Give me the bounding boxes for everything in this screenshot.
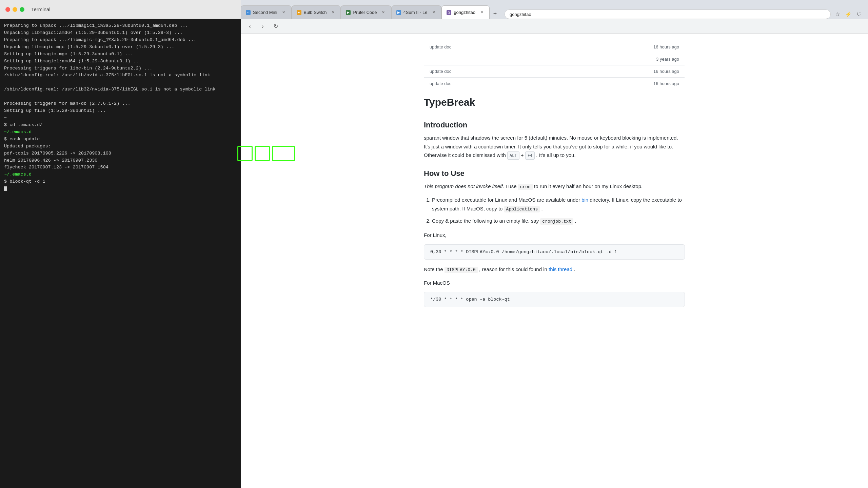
- term-line-1: Preparing to unpack .../libmagic1_1%3a5.…: [4, 22, 237, 29]
- term-line-13: Setting up file (1:5.29-3ubuntu1) ...: [4, 107, 237, 115]
- tab-close-4sum-ii[interactable]: ✕: [431, 10, 436, 15]
- f4-key-badge: F4: [525, 151, 535, 160]
- table-row: 3 years ago: [424, 53, 685, 65]
- list-item-2: Copy & paste the following to an empty f…: [432, 217, 685, 225]
- table-row: update doc 16 hours ago: [424, 65, 685, 78]
- table-cell-col2: [530, 41, 566, 53]
- tab-icon-gongzhitao: G: [447, 10, 451, 15]
- table-cell-time: 16 hours ago: [566, 78, 685, 90]
- term-line-20: helm 20170906.426 -> 20170907.2330: [4, 157, 237, 164]
- table-cell-col2: [530, 65, 566, 78]
- for-macos-label: For MacOS: [424, 279, 685, 287]
- terminal-pane: Preparing to unpack .../libmagic1_1%3a5.…: [0, 19, 241, 488]
- term-line-9: [4, 79, 237, 86]
- table-row: update doc 16 hours ago: [424, 41, 685, 53]
- term-line-11: [4, 93, 237, 100]
- extension-button[interactable]: ⚡: [844, 9, 853, 19]
- table-cell-col1: [424, 53, 531, 65]
- window-controls: [5, 7, 24, 12]
- article-heading-howto: How to Use: [424, 169, 685, 178]
- toolbar-icons: ☆ ⚡ 🛡: [833, 9, 864, 19]
- tab-close-gongzhitao[interactable]: ✕: [479, 10, 485, 15]
- tab-close-second-mini[interactable]: ✕: [281, 10, 287, 15]
- term-line-2: Unpacking libmagic1:amd64 (1:5.29-3ubunt…: [4, 29, 237, 37]
- navigation-bar: ‹ › ↻: [241, 19, 868, 34]
- alt-key-badge: ALT: [507, 151, 519, 160]
- refresh-button[interactable]: ↻: [271, 21, 281, 32]
- term-line-16: ~/.emacs.d: [4, 129, 237, 136]
- term-line-15: $ cd .emacs.d/: [4, 122, 237, 129]
- article-heading-typebreak: TypeBreak: [424, 97, 685, 111]
- tab-second-mini[interactable]: ← Second Mini ✕: [241, 5, 292, 19]
- intro-text-end: . It's all up to you.: [536, 152, 575, 158]
- term-line-17: $ cask update: [4, 136, 237, 143]
- shield-icon-button[interactable]: 🛡: [854, 9, 864, 19]
- bin-link[interactable]: bin: [581, 197, 588, 203]
- tab-label-4sum-ii: 4Sum II - Le: [403, 10, 428, 15]
- cron-code-block: 0,30 * * * * DISPLAY=:0.0 /home/gongzhit…: [424, 244, 685, 260]
- term-line-23: $ block-qt -d 1: [4, 178, 237, 185]
- tab-icon-prufer-code: ▶: [346, 10, 351, 15]
- plus-sign: +: [521, 152, 524, 158]
- cronjob-code: cronjob.txt: [540, 218, 573, 225]
- table-cell-time: 3 years ago: [566, 53, 685, 65]
- term-line-10: /sbin/ldconfig.real: /usr/lib32/nvidia-3…: [4, 86, 237, 93]
- display-code-inline: DISPLAY:0.0: [445, 267, 478, 273]
- tab-icon-4sum-ii: ▶: [396, 10, 401, 15]
- cron-code-inline: cron: [518, 184, 533, 190]
- term-line-18: Updated packages:: [4, 143, 237, 150]
- new-tab-button[interactable]: +: [490, 8, 500, 19]
- terminal-title: Terminal: [31, 6, 51, 12]
- close-button[interactable]: [5, 7, 10, 12]
- term-line-21: flycheck 20170907.123 -> 20170907.1504: [4, 164, 237, 171]
- term-line-22: ~/.emacs.d: [4, 171, 237, 178]
- maximize-button[interactable]: [20, 7, 24, 12]
- term-line-3: Preparing to unpack .../libmagic-mgc_1%3…: [4, 37, 237, 44]
- minimize-button[interactable]: [13, 7, 17, 12]
- howto-list: Precompiled executable for Linux and Mac…: [424, 196, 685, 225]
- back-button[interactable]: ‹: [245, 21, 255, 32]
- tab-label-prufer-code: Prufer Code: [353, 10, 377, 15]
- tab-prufer-code[interactable]: ▶ Prufer Code ✕: [341, 5, 391, 19]
- github-file-table: update doc 16 hours ago 3 years ago upda…: [424, 41, 685, 90]
- table-cell-time: 16 hours ago: [566, 65, 685, 78]
- bookmark-star-button[interactable]: ☆: [833, 9, 842, 19]
- tab-close-bulb-switch[interactable]: ✕: [330, 10, 336, 15]
- tab-icon-second-mini: ←: [246, 10, 251, 15]
- tab-4sum-ii[interactable]: ▶ 4Sum II - Le ✕: [391, 5, 442, 19]
- content-inner: update doc 16 hours ago 3 years ago upda…: [410, 34, 698, 333]
- this-thread-link[interactable]: this thread: [549, 266, 572, 272]
- browser-tabs: ← Second Mini ✕ ● Bulb Switch ✕ ▶ Prufer…: [241, 0, 868, 19]
- terminal-title-section: Terminal: [0, 6, 237, 12]
- table-cell-col1: update doc: [424, 65, 531, 78]
- browser-content[interactable]: update doc 16 hours ago 3 years ago upda…: [241, 34, 868, 488]
- list-item-1: Precompiled executable for Linux and Mac…: [432, 196, 685, 213]
- table-cell-time: 16 hours ago: [566, 41, 685, 53]
- term-line-4: Unpacking libmagic-mgc (1:5.29-3ubuntu0.…: [4, 44, 237, 51]
- table-row: update doc 16 hours ago: [424, 78, 685, 90]
- tab-label-bulb-switch: Bulb Switch: [304, 10, 327, 15]
- applications-code: Applications: [504, 206, 540, 212]
- howto-italic: This program does not invoke itself.: [424, 183, 504, 189]
- table-cell-col1: update doc: [424, 41, 531, 53]
- term-line-cursor: [4, 185, 237, 192]
- tab-close-prufer-code[interactable]: ✕: [381, 10, 386, 15]
- term-line-5: Setting up libmagic-mgc (1:5.29-3ubuntu0…: [4, 51, 237, 58]
- term-line-12: Processing triggers for man-db (2.7.6.1-…: [4, 100, 237, 107]
- tab-label-second-mini: Second Mini: [253, 10, 277, 15]
- term-line-8: /sbin/ldconfig.real: /usr/lib/nvidia-375…: [4, 72, 237, 79]
- tab-label-gongzhitao: gongzhitao: [454, 10, 475, 15]
- tab-icon-bulb-switch: ●: [297, 10, 301, 15]
- tab-gongzhitao[interactable]: G gongzhitao ✕: [441, 5, 490, 19]
- table-cell-col2: [530, 53, 566, 65]
- address-bar-input[interactable]: [505, 9, 831, 19]
- term-line-6: Setting up libmagic1:amd64 (1:5.29-3ubun…: [4, 58, 237, 65]
- for-linux-label: For Linux,: [424, 231, 685, 240]
- term-line-14: ~: [4, 115, 237, 122]
- tab-bulb-switch[interactable]: ● Bulb Switch ✕: [292, 5, 341, 19]
- title-bar: Terminal ← Second Mini ✕ ● Bulb Switch ✕…: [0, 0, 868, 19]
- table-cell-col2: [530, 78, 566, 90]
- note-display-paragraph: Note the DISPLAY:0.0 , reason for this c…: [424, 265, 685, 274]
- forward-button[interactable]: ›: [258, 21, 268, 32]
- table-cell-col1: update doc: [424, 78, 531, 90]
